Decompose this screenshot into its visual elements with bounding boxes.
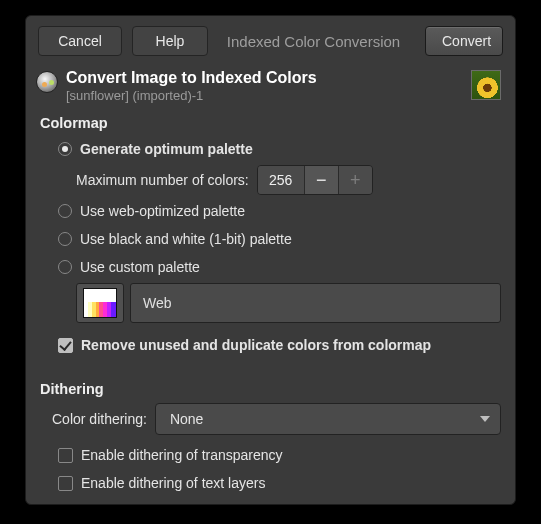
radio-icon bbox=[58, 232, 72, 246]
max-colors-label: Maximum number of colors: bbox=[76, 172, 249, 188]
palette-name-value: Web bbox=[143, 295, 172, 311]
custom-palette-row: Web bbox=[40, 283, 501, 323]
spin-decrement-button[interactable]: − bbox=[304, 166, 338, 194]
dialog-subheader: Convert Image to Indexed Colors [sunflow… bbox=[26, 64, 515, 105]
color-dithering-select[interactable]: None bbox=[155, 403, 501, 435]
subheader-title: Convert Image to Indexed Colors bbox=[66, 68, 463, 87]
dialog-title: Indexed Color Conversion bbox=[218, 33, 415, 50]
radio-label: Use black and white (1-bit) palette bbox=[80, 231, 292, 247]
palette-tool-icon bbox=[36, 71, 58, 93]
convert-button[interactable]: Convert bbox=[425, 26, 503, 56]
radio-web-optimized[interactable]: Use web-optimized palette bbox=[40, 199, 501, 223]
checkbox-label: Enable dithering of text layers bbox=[81, 475, 265, 491]
subheader-text: Convert Image to Indexed Colors [sunflow… bbox=[66, 68, 463, 103]
max-colors-spinner: − + bbox=[257, 165, 373, 195]
colormap-section: Colormap Generate optimum palette Maximu… bbox=[26, 105, 515, 361]
checkbox-icon bbox=[58, 338, 73, 353]
palette-swatch-button[interactable] bbox=[76, 283, 124, 323]
max-colors-row: Maximum number of colors: − + bbox=[40, 165, 501, 195]
help-button[interactable]: Help bbox=[132, 26, 208, 56]
dithering-section-title: Dithering bbox=[40, 381, 501, 397]
radio-label: Use custom palette bbox=[80, 259, 200, 275]
image-thumbnail bbox=[471, 70, 501, 100]
radio-icon bbox=[58, 142, 72, 156]
colormap-section-title: Colormap bbox=[40, 115, 501, 131]
radio-generate-optimum[interactable]: Generate optimum palette bbox=[40, 137, 501, 161]
checkbox-icon bbox=[58, 476, 73, 491]
radio-label: Generate optimum palette bbox=[80, 141, 253, 157]
enable-text-dithering-checkbox[interactable]: Enable dithering of text layers bbox=[40, 471, 501, 495]
spin-increment-button[interactable]: + bbox=[338, 166, 372, 194]
palette-name-field[interactable]: Web bbox=[130, 283, 501, 323]
dialog-header: Cancel Help Indexed Color Conversion Con… bbox=[26, 16, 515, 64]
color-dithering-row: Color dithering: None bbox=[40, 403, 501, 435]
radio-icon bbox=[58, 204, 72, 218]
subheader-filename: [sunflower] (imported)-1 bbox=[66, 88, 463, 103]
remove-duplicates-checkbox[interactable]: Remove unused and duplicate colors from … bbox=[40, 333, 501, 357]
radio-label: Use web-optimized palette bbox=[80, 203, 245, 219]
radio-black-white[interactable]: Use black and white (1-bit) palette bbox=[40, 227, 501, 251]
radio-custom-palette[interactable]: Use custom palette bbox=[40, 255, 501, 279]
checkbox-label: Remove unused and duplicate colors from … bbox=[81, 337, 431, 353]
color-dithering-value: None bbox=[170, 411, 203, 427]
dithering-section: Dithering Color dithering: None Enable d… bbox=[26, 371, 515, 499]
checkbox-label: Enable dithering of transparency bbox=[81, 447, 283, 463]
radio-icon bbox=[58, 260, 72, 274]
color-dithering-label: Color dithering: bbox=[52, 411, 147, 427]
cancel-button[interactable]: Cancel bbox=[38, 26, 122, 56]
chevron-down-icon bbox=[480, 416, 490, 422]
indexed-color-conversion-dialog: Cancel Help Indexed Color Conversion Con… bbox=[25, 15, 516, 505]
checkbox-icon bbox=[58, 448, 73, 463]
max-colors-input[interactable] bbox=[258, 166, 304, 194]
palette-swatch-preview bbox=[83, 288, 117, 318]
enable-transparency-dithering-checkbox[interactable]: Enable dithering of transparency bbox=[40, 443, 501, 467]
